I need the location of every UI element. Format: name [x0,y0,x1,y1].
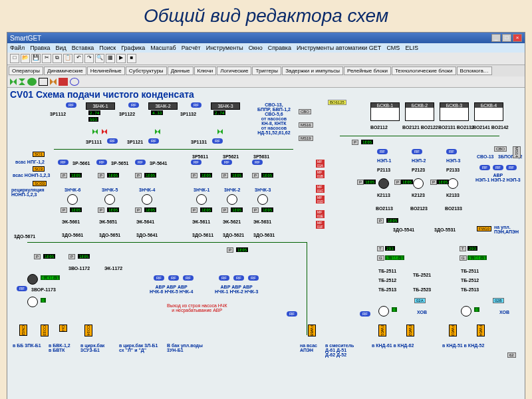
pump-ne1[interactable] [378,178,389,189]
p-2[interactable]: P [98,173,104,178]
pump-n6[interactable] [257,194,268,205]
rf-p4[interactable]: RF [191,160,201,165]
rf-p5[interactable]: RF [221,160,232,165]
tab-tech[interactable]: Технологические блоки [392,66,456,75]
tool-cut-icon[interactable]: ✂ [42,54,51,63]
g-btn1[interactable]: G [377,255,384,261]
valve-v-icon[interactable] [19,78,25,85]
b62[interactable]: 62 [507,352,516,358]
p-1[interactable]: P [61,173,67,178]
pm-1[interactable]: P [61,207,67,213]
p-lone[interactable]: P [227,247,233,253]
tool-open-icon[interactable]: 📂 [21,54,30,63]
rf-ab6[interactable]: RF [248,275,259,281]
pump-icon[interactable] [27,78,37,86]
mf01e[interactable]: MF 01E [316,210,325,218]
node-icon[interactable] [70,78,79,86]
co34[interactable]: CO34 [84,325,92,336]
bskv4[interactable]: БСКВ-4 [474,102,503,121]
tool-undo-icon[interactable]: ↶ [74,54,83,63]
pm-6[interactable]: P [252,207,259,213]
p-r1[interactable]: P [352,140,358,145]
flag-icon[interactable] [59,78,68,86]
p-b1[interactable]: P [34,254,41,259]
mf01c[interactable]: MF 01C [316,185,325,193]
menu-window[interactable]: Окно [249,45,263,51]
tank-3bchk2[interactable]: 3БЧК-2 [148,102,178,110]
menu-cms[interactable]: CMS [386,45,400,51]
tab-data[interactable]: Данные [168,66,194,75]
p-5[interactable]: P [221,173,228,178]
valve-1r[interactable] [102,129,108,134]
so1-btn[interactable]: SO1 [33,152,45,157]
pump-n3[interactable] [142,194,152,205]
fw01[interactable]: FW01 [378,325,386,336]
p-ne3[interactable]: P [430,180,437,185]
tab-logic[interactable]: Логические [217,66,251,75]
pm-4[interactable]: P [191,207,198,213]
rf-p6[interactable]: RF [252,160,263,165]
pump-ne2[interactable] [413,178,424,189]
fw10[interactable]: FW10 [477,226,491,231]
menu-get[interactable]: Инструменты автоматики GET [297,45,381,51]
rf-r1[interactable]: RF [107,138,118,144]
tool-run-icon[interactable]: ▶ [116,54,126,63]
menu-edit[interactable]: Правка [30,45,50,51]
tab-aux[interactable]: Вспомога… [457,66,492,75]
rf-btn-2[interactable]: RF [128,102,139,108]
pm-2[interactable]: P [98,207,104,213]
rf-r3[interactable]: RF [212,138,223,144]
rf-ab1[interactable]: RF [154,275,164,281]
t-btn1[interactable]: T [377,246,384,251]
p-ne1[interactable]: P [357,180,364,185]
menu-search[interactable]: Поиск [99,45,116,51]
tool-redo-icon[interactable]: ↷ [84,54,94,63]
rf-ab4[interactable]: RF [219,275,229,281]
rf-bm[interactable]: RF [287,311,297,317]
pump-hov2[interactable] [461,306,471,317]
menu-help[interactable]: Справка [268,45,291,51]
tank-3bchk3[interactable]: 3БЧК-3 [211,102,240,110]
valve-3[interactable] [217,129,224,134]
mf01f[interactable]: MF 01F [316,221,325,229]
mf01b[interactable]: MF 01B [316,170,325,178]
window-max-button[interactable]: □ [502,34,511,42]
window-close-button[interactable]: × [513,34,522,42]
rf-p3[interactable]: RF [135,160,146,165]
p-b2[interactable]: P [68,254,75,259]
tab-relay[interactable]: Релейные блоки [344,66,391,75]
rf-ne1[interactable]: RF [377,149,388,154]
tab-dynamic[interactable]: Динамические [44,66,86,75]
valve-2[interactable] [155,129,162,134]
o2a-btn[interactable]: 02A [414,298,426,303]
rf-p1[interactable]: RF [58,160,68,165]
bskv1[interactable]: БСКВ-1 [370,102,400,121]
co33[interactable]: CO33 [41,325,49,336]
menu-view[interactable]: Вид [56,45,66,51]
rf-ab2[interactable]: RF [168,275,179,281]
valve-icon[interactable] [10,78,17,85]
tab-nonlinear[interactable]: Нелинейные [87,66,125,75]
rf-br[interactable]: RF [360,311,370,317]
tab-keys[interactable]: Ключи [194,66,217,75]
valve2-icon[interactable] [50,78,57,85]
cn02[interactable]: CN02 [19,325,27,336]
valve-1[interactable] [92,129,99,134]
pump-bl1[interactable] [27,274,38,285]
pump-hov1[interactable] [378,306,389,317]
ms19-btn[interactable]: MS19 [299,136,313,141]
menu-file[interactable]: Файл [10,45,25,51]
g-btn2[interactable]: G [460,255,467,261]
ms14-btn[interactable]: MS14 [513,146,521,158]
tool-save-icon[interactable]: 💾 [31,54,41,63]
o2b-btn[interactable]: 02B [493,298,504,303]
bo6125-btn[interactable]: ВО6125 [328,100,346,105]
tool-grid-icon[interactable]: ▦ [106,54,115,63]
window-min-button[interactable]: _ [491,34,501,42]
t-btn2[interactable]: T [460,246,466,251]
menu-tools[interactable]: Инструменты [206,45,243,51]
scheme-canvas[interactable]: CV01 Схема подачи чистого конденсата RF … [7,88,525,399]
so03-btn[interactable]: SO03 [33,181,47,186]
fw03[interactable]: FW03 [449,325,457,336]
fw02[interactable]: FW02 [406,325,414,336]
